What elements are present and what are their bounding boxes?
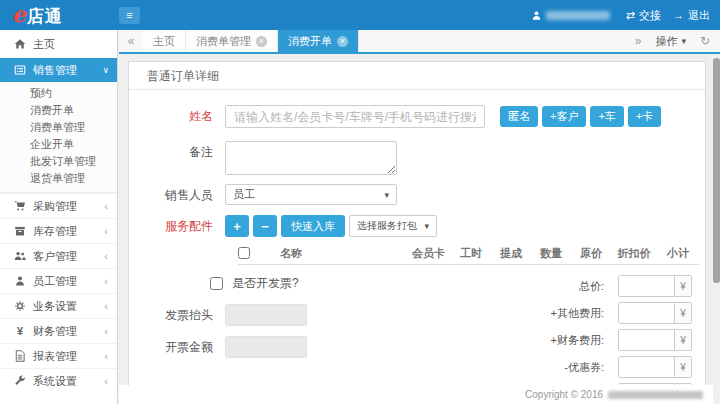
name-action-buttons: 匿名 +客户 +车 +卡 xyxy=(500,105,661,127)
finance-fee-label: +财务费用: xyxy=(551,333,604,348)
sidebar-group-reports[interactable]: 报表管理 ‹ xyxy=(0,343,117,368)
service-parts-label: 服务配件 xyxy=(129,215,225,238)
logo-accent: e xyxy=(12,3,26,25)
invoice-check-label: 是否开发票? xyxy=(232,275,299,292)
sidebar-group-employee[interactable]: 员工管理 ‹ xyxy=(0,268,117,293)
tab-close-icon[interactable]: × xyxy=(256,36,267,47)
gear-icon xyxy=(14,300,26,312)
invoice-amount-label: 开票金额 xyxy=(129,336,225,359)
exchange-icon: ⇄ xyxy=(626,9,635,22)
currency-addon: ¥ xyxy=(674,276,691,296)
chevron-left-icon: ‹ xyxy=(104,300,108,312)
remarks-textarea[interactable] xyxy=(225,141,397,175)
salesperson-value: 员工 xyxy=(233,187,255,202)
user-name-redacted[interactable] xyxy=(546,11,610,20)
handover-label: 交接 xyxy=(639,8,661,23)
sidebar-group-business-settings[interactable]: 业务设置 ‹ xyxy=(0,293,117,318)
user-icon xyxy=(14,275,26,287)
col-quantity: 数量 xyxy=(531,246,571,261)
add-card-button[interactable]: +卡 xyxy=(628,106,661,127)
copyright-text: Copyright © 2016 xyxy=(525,389,603,400)
col-name: 名称 xyxy=(260,246,406,261)
other-fee-label: +其他费用: xyxy=(551,306,604,321)
invoice-title-input[interactable] xyxy=(225,304,307,326)
col-member-card: 会员卡 xyxy=(406,246,451,261)
quick-stockin-button[interactable]: 快速入库 xyxy=(281,215,345,237)
refresh-button[interactable]: ↻ xyxy=(700,34,710,48)
operations-label: 操作 xyxy=(655,34,677,49)
archive-icon xyxy=(14,225,26,237)
sidebar-item-consume-billing[interactable]: 消费开单 xyxy=(0,102,117,119)
chevron-left-icon: ‹ xyxy=(104,350,108,362)
sidebar-item-appointment[interactable]: 预约 xyxy=(0,85,117,102)
sidebar-group-inventory-label: 库存管理 xyxy=(33,224,77,239)
customer-search-input[interactable] xyxy=(225,105,485,128)
app-logo[interactable]: e 店通 xyxy=(0,3,106,28)
col-discount-price: 折扣价 xyxy=(611,246,657,261)
col-subtotal: 小计 xyxy=(657,246,699,261)
sidebar-item-wholesale-order-mgmt[interactable]: 批发订单管理 xyxy=(0,153,117,170)
caret-down-icon: ▾ xyxy=(424,221,429,231)
sidebar-home-label: 主页 xyxy=(33,37,55,52)
users-icon xyxy=(14,250,26,262)
sidebar-group-inventory[interactable]: 库存管理 ‹ xyxy=(0,218,117,243)
invoice-section: 是否开发票? 发票抬头 开票金额 xyxy=(129,275,527,393)
sidebar-group-sales[interactable]: 销售管理 ∨ xyxy=(0,58,117,82)
service-package-select[interactable]: 选择服务打包 ▾ xyxy=(349,215,437,237)
angle-double-left-icon: « xyxy=(128,34,135,48)
other-fee-input[interactable] xyxy=(619,303,674,323)
salesperson-select[interactable]: 员工 ▾ xyxy=(225,184,397,205)
logout-label: 退出 xyxy=(688,8,710,23)
scrollbar-thumb[interactable] xyxy=(713,58,720,283)
tab-home[interactable]: 主页 xyxy=(143,30,186,52)
tab-close-icon[interactable]: × xyxy=(337,36,348,47)
sidebar-group-finance[interactable]: ¥ 财务管理 ‹ xyxy=(0,318,117,343)
sidebar-group-system-settings[interactable]: 系统设置 ‹ xyxy=(0,368,117,393)
logout-link[interactable]: → 退出 xyxy=(673,8,710,23)
service-package-value: 选择服务打包 xyxy=(357,219,417,233)
sidebar-item-enterprise-billing[interactable]: 企业开单 xyxy=(0,136,117,153)
sidebar-item-consume-order-mgmt[interactable]: 消费单管理 xyxy=(0,119,117,136)
anonymous-button[interactable]: 匿名 xyxy=(500,106,538,127)
invoice-amount-input[interactable] xyxy=(225,336,307,358)
invoice-checkbox[interactable] xyxy=(210,277,223,290)
sales-submenu: 预约 消费开单 消费单管理 企业开单 批发订单管理 退货单管理 xyxy=(0,82,117,193)
finance-fee-input[interactable] xyxy=(619,330,674,350)
sidebar-toggle-button[interactable]: ≡ xyxy=(119,7,140,24)
col-original-price: 原价 xyxy=(571,246,611,261)
logo-text: 店通 xyxy=(27,5,63,28)
operations-dropdown[interactable]: 操作 ▾ xyxy=(655,34,686,49)
sidebar-group-purchase[interactable]: 采购管理 ‹ xyxy=(0,193,117,218)
col-commission: 提成 xyxy=(491,246,531,261)
remarks-label: 备注 xyxy=(129,141,225,164)
sidebar-item-home[interactable]: 主页 xyxy=(0,30,117,58)
coupon-input[interactable] xyxy=(619,357,674,377)
add-service-row-button[interactable]: + xyxy=(225,215,249,237)
select-all-checkbox[interactable] xyxy=(238,247,250,259)
tab-consume-order-mgmt[interactable]: 消费单管理 × xyxy=(186,30,278,52)
handover-link[interactable]: ⇄ 交接 xyxy=(626,8,661,23)
tabs-scroll-left-button[interactable]: « xyxy=(119,30,143,52)
sidebar: 主页 销售管理 ∨ 预约 消费开单 消费单管理 企业开单 批发订单管理 退货单管… xyxy=(0,30,118,404)
tab-consume-billing-label: 消费开单 xyxy=(288,34,332,49)
order-detail-panel: 普通订单详细 姓名 匿名 +客户 +车 +卡 备注 xyxy=(128,61,706,393)
sidebar-group-business-settings-label: 业务设置 xyxy=(33,299,77,314)
order-form: 姓名 匿名 +客户 +车 +卡 备注 销售人员 员工 xyxy=(129,90,705,393)
add-car-button[interactable]: +车 xyxy=(590,106,623,127)
vertical-scrollbar[interactable] xyxy=(713,54,720,385)
sidebar-group-customer[interactable]: 客户管理 ‹ xyxy=(0,243,117,268)
tab-consume-billing[interactable]: 消费开单 × xyxy=(278,30,359,52)
add-customer-button[interactable]: +客户 xyxy=(542,106,586,127)
tabs-scroll-right-button[interactable]: » xyxy=(635,34,642,48)
remove-service-row-button[interactable]: − xyxy=(253,215,277,237)
sidebar-group-purchase-label: 采购管理 xyxy=(33,199,77,214)
header-user-area: ⇄ 交接 → 退出 xyxy=(531,8,720,23)
sidebar-item-return-order-mgmt[interactable]: 退货单管理 xyxy=(0,170,117,187)
home-icon xyxy=(14,38,26,50)
user-icon xyxy=(531,10,542,21)
total-price-input[interactable] xyxy=(619,276,674,296)
chevron-left-icon: ‹ xyxy=(104,225,108,237)
sidebar-group-system-settings-label: 系统设置 xyxy=(33,374,77,389)
app-window: e 店通 ≡ ⇄ 交接 → 退出 主页 销售 xyxy=(0,0,720,404)
name-label: 姓名 xyxy=(129,105,225,128)
